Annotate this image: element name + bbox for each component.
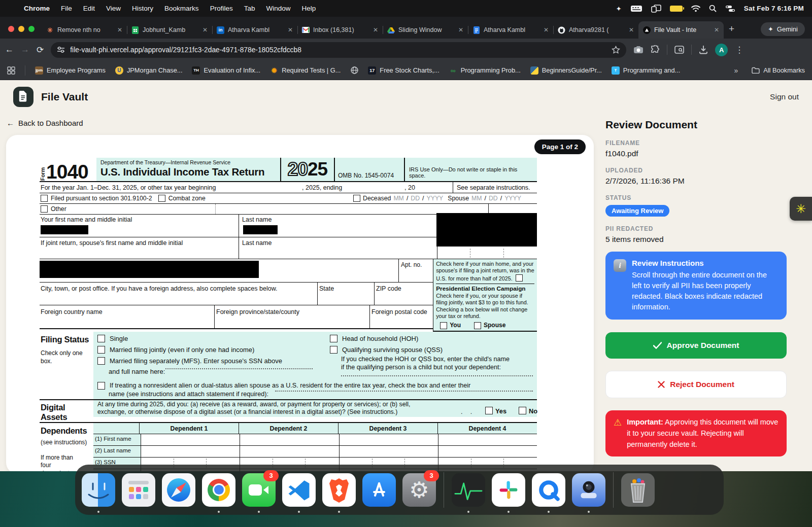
dock-activity-monitor-icon[interactable]: [452, 473, 485, 507]
download-icon[interactable]: [699, 45, 708, 54]
dependent-3-first-name[interactable]: [340, 434, 438, 445]
window-zoom-button[interactable]: [28, 26, 35, 32]
menu-history[interactable]: History: [126, 5, 159, 12]
document-viewer[interactable]: Page 1 of 2 Form 1040 Department of the …: [6, 135, 594, 471]
tab-close-icon[interactable]: ✕: [288, 26, 293, 33]
kebab-menu-icon[interactable]: ⋮: [735, 45, 743, 55]
dependent-1-first-name[interactable]: [141, 434, 240, 445]
menu-help[interactable]: Help: [296, 5, 321, 12]
tab-google-docs[interactable]: Atharva Kambl ✕: [468, 21, 553, 39]
tab-close-icon[interactable]: ✕: [202, 26, 208, 33]
menu-tab[interactable]: Tab: [239, 5, 261, 12]
tab-sliding-window[interactable]: Sliding Window ✕: [383, 21, 468, 39]
tab-close-icon[interactable]: ✕: [373, 26, 378, 33]
bookmark-employee-programs[interactable]: jpmEmployee Programs: [35, 66, 106, 75]
menu-view[interactable]: View: [100, 5, 126, 12]
dependent-3-last-name[interactable]: [340, 446, 438, 457]
stage-manager-icon[interactable]: [651, 5, 661, 13]
window-minimize-button[interactable]: [18, 26, 24, 32]
checkbox-mfj[interactable]: [97, 346, 105, 354]
checkbox-hoh[interactable]: [330, 335, 337, 342]
tab-jobhunt-sheet[interactable]: Jobhunt_Kamb ✕: [127, 21, 212, 39]
bookmarks-overflow-chevron[interactable]: »: [734, 66, 738, 75]
control-center-icon[interactable]: [725, 5, 735, 12]
tab-file-vault-active[interactable]: File Vault - Inte ✕: [638, 21, 724, 39]
menu-window[interactable]: Window: [260, 5, 296, 12]
bookmark-globe[interactable]: [350, 66, 358, 75]
dependent-4-last-name[interactable]: [438, 446, 537, 457]
window-close-button[interactable]: [8, 26, 14, 32]
dock-settings-icon[interactable]: ⚙3: [402, 473, 436, 507]
search-icon[interactable]: [709, 5, 717, 12]
dependent-2-last-name[interactable]: [240, 446, 339, 457]
checkbox-filed-pursuant[interactable]: [41, 195, 48, 202]
tab-close-icon[interactable]: ✕: [544, 26, 549, 33]
checkbox-single[interactable]: [97, 335, 105, 342]
tab-remove-nth[interactable]: ✳ Remove nth no ✕: [42, 21, 127, 39]
dock-brave-icon[interactable]: [322, 473, 356, 507]
dock-camera-app-icon[interactable]: [572, 473, 605, 507]
dock-safari-icon[interactable]: [162, 473, 195, 507]
tab-close-icon[interactable]: ✕: [714, 26, 719, 33]
checkbox-nra-spouse[interactable]: [97, 382, 105, 390]
tab-close-icon[interactable]: ✕: [117, 26, 122, 33]
dock-quicktime-icon[interactable]: [532, 473, 565, 507]
new-tab-button[interactable]: +: [729, 23, 734, 34]
menubar-clock[interactable]: Sat Feb 7 6:16 PM: [744, 5, 804, 12]
bookmark-star-icon[interactable]: [612, 46, 620, 54]
menu-chrome[interactable]: Chrome: [18, 5, 55, 12]
keyboard-icon[interactable]: [630, 5, 642, 12]
checkbox-digital-no[interactable]: [519, 407, 526, 414]
menu-file[interactable]: File: [55, 5, 78, 12]
url-text[interactable]: file-vault-phi.vercel.app/approval/29121…: [70, 46, 606, 54]
all-bookmarks[interactable]: All Bookmarks: [752, 66, 805, 75]
sign-out-link[interactable]: Sign out: [770, 92, 799, 101]
tab-close-icon[interactable]: ✕: [629, 26, 634, 33]
checkbox-deceased[interactable]: [353, 195, 360, 202]
checkbox-qss[interactable]: [330, 346, 337, 354]
dependent-4-first-name[interactable]: [438, 434, 537, 445]
approve-button[interactable]: Approve Document: [605, 332, 787, 359]
checkbox-pec-you[interactable]: [440, 322, 447, 329]
camera-icon[interactable]: [633, 46, 644, 54]
bookmark-programming-prob[interactable]: ∞Programming Prob...: [449, 66, 521, 75]
bookmark-python-guide[interactable]: BeginnersGuide/Pr...: [530, 66, 602, 75]
site-settings-icon[interactable]: [57, 46, 65, 53]
sparkle-icon[interactable]: ✦: [616, 5, 621, 13]
tab-linkedin[interactable]: in Atharva Kambl ✕: [212, 21, 297, 39]
reload-button[interactable]: ⟳: [37, 45, 44, 55]
menu-edit[interactable]: Edit: [78, 5, 100, 12]
checkbox-main-home[interactable]: [516, 274, 523, 282]
bookmark-required-tests[interactable]: ✹Required Tests | G...: [270, 66, 341, 75]
checkbox-digital-yes[interactable]: [485, 407, 493, 414]
battery-icon[interactable]: [670, 6, 683, 12]
tab-gmail-inbox[interactable]: Inbox (16,381) ✕: [297, 21, 383, 39]
bookmark-programming-and[interactable]: TProgramming and...: [612, 66, 680, 75]
checkbox-pec-spouse[interactable]: [474, 322, 481, 329]
dependent-2-first-name[interactable]: [240, 434, 339, 445]
checkbox-other[interactable]: [41, 205, 48, 213]
dock-slack-icon[interactable]: [492, 473, 525, 507]
dependent-1-last-name[interactable]: [141, 446, 240, 457]
dock-trash-icon[interactable]: [621, 473, 655, 507]
bookmark-stock-charts[interactable]: 17Free Stock Charts,...: [368, 66, 439, 75]
dock-facetime-icon[interactable]: 3: [242, 473, 276, 507]
wifi-icon[interactable]: [691, 5, 700, 12]
bookmark-jpmorgan[interactable]: UJPMorgan Chase...: [115, 66, 183, 75]
extension-fab[interactable]: ✳: [790, 197, 812, 221]
address-bar[interactable]: file-vault-phi.vercel.app/approval/29121…: [51, 42, 626, 58]
gemini-button[interactable]: ✦Gemini: [761, 22, 805, 36]
back-button[interactable]: ←: [5, 45, 14, 55]
extensions-icon[interactable]: [651, 45, 660, 54]
forward-button[interactable]: →: [21, 45, 29, 55]
dock-finder-icon[interactable]: [82, 473, 115, 507]
dock-chrome-icon[interactable]: [202, 473, 235, 507]
tab-github[interactable]: Atharva9281 ( ✕: [553, 21, 638, 39]
reject-button[interactable]: Reject Document: [605, 371, 787, 398]
tab-close-icon[interactable]: ✕: [458, 26, 463, 33]
dock-vscode-icon[interactable]: [282, 473, 316, 507]
menu-profiles[interactable]: Profiles: [205, 5, 239, 12]
menu-bookmarks[interactable]: Bookmarks: [159, 5, 205, 12]
dock-appstore-icon[interactable]: [362, 473, 396, 507]
checkbox-mfs[interactable]: [97, 357, 105, 365]
